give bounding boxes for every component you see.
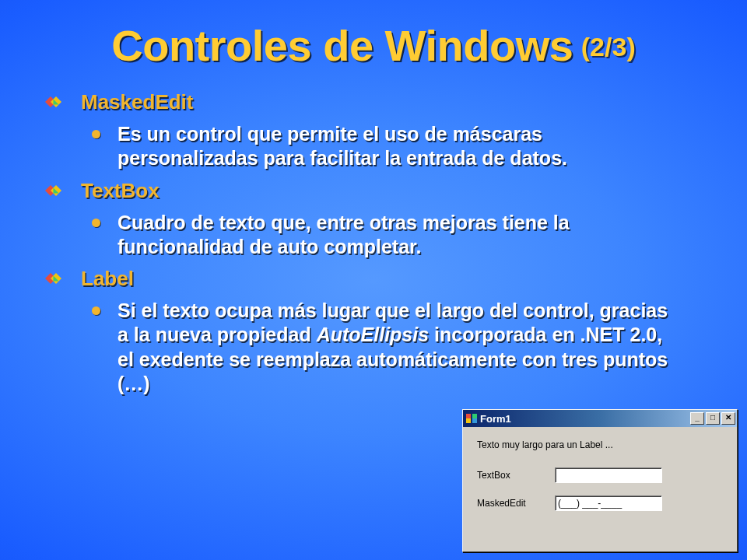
slide-title: Controles de Windows bbox=[111, 21, 573, 70]
bullet-label: Label bbox=[45, 267, 716, 291]
diamond-icon bbox=[45, 273, 62, 284]
slide-title-line: Controles de Windows (2/3) bbox=[0, 20, 747, 71]
heading-label: Label bbox=[81, 267, 134, 291]
maximize-button[interactable]: □ bbox=[706, 412, 720, 425]
app-icon bbox=[466, 413, 477, 424]
textbox-input[interactable] bbox=[555, 467, 662, 483]
bullet-textbox: TextBox bbox=[45, 179, 716, 203]
slide: Controles de Windows (2/3) MaskedEdit Es… bbox=[0, 0, 747, 560]
window-body: Texto muy largo para un Label ... TextBo… bbox=[463, 427, 737, 511]
close-button[interactable]: ✕ bbox=[721, 412, 735, 425]
heading-textbox: TextBox bbox=[81, 179, 160, 203]
dot-icon bbox=[92, 130, 100, 138]
form-window: Form1 _ □ ✕ Texto muy largo para un Labe… bbox=[462, 409, 738, 552]
desc-maskededit: Es un control que permite el uso de másc… bbox=[117, 122, 678, 171]
long-label: Texto muy largo para un Label ... bbox=[477, 439, 724, 450]
maskededit-label: MaskedEdit bbox=[477, 498, 555, 509]
textbox-row: TextBox bbox=[477, 467, 724, 483]
slide-content: MaskedEdit Es un control que permite el … bbox=[45, 86, 716, 404]
heading-maskededit: MaskedEdit bbox=[81, 90, 194, 114]
window-title: Form1 bbox=[480, 413, 689, 425]
desc-textbox: Cuadro de texto que, entre otras mejoras… bbox=[117, 211, 678, 260]
window-titlebar[interactable]: Form1 _ □ ✕ bbox=[463, 410, 737, 427]
maskededit-row: MaskedEdit (___) ___-____ bbox=[477, 495, 724, 511]
sub-bullet: Si el texto ocupa más lugar que el largo… bbox=[92, 299, 716, 396]
sub-bullet: Es un control que permite el uso de másc… bbox=[92, 122, 716, 171]
textbox-label: TextBox bbox=[477, 470, 555, 481]
bullet-maskededit: MaskedEdit bbox=[45, 90, 716, 114]
diamond-icon bbox=[45, 96, 62, 107]
sub-bullet: Cuadro de texto que, entre otras mejoras… bbox=[92, 211, 716, 260]
desc-label: Si el texto ocupa más lugar que el largo… bbox=[117, 299, 678, 396]
dot-icon bbox=[92, 219, 100, 227]
maskededit-input[interactable]: (___) ___-____ bbox=[555, 495, 662, 511]
diamond-icon bbox=[45, 185, 62, 196]
desc-label-em: AutoEllipsis bbox=[317, 324, 429, 345]
minimize-button[interactable]: _ bbox=[690, 412, 704, 425]
slide-pager: (2/3) bbox=[581, 32, 636, 61]
dot-icon bbox=[92, 306, 100, 315]
